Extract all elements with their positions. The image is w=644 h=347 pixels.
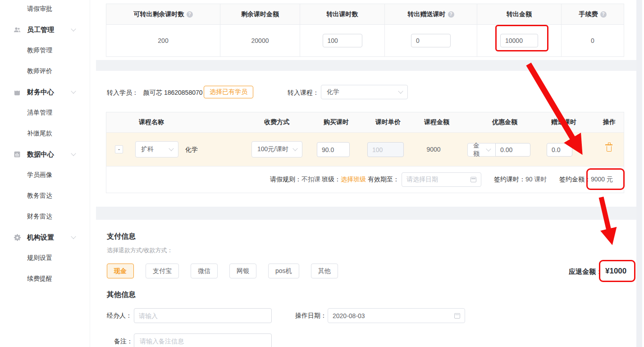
card-gap: [96, 60, 636, 71]
card-gap: [96, 207, 636, 220]
buy-hours-input[interactable]: [317, 142, 350, 157]
calendar-icon: [470, 177, 476, 182]
agent-label: 经办人：: [107, 312, 132, 320]
transfer-in-student-label: 转入学员：: [107, 89, 138, 97]
operation-date-label: 操作日期：: [295, 312, 327, 320]
payment-method-pos[interactable]: pos机: [268, 264, 299, 278]
payment-method-netbank[interactable]: 网银: [229, 264, 256, 278]
transfer-hours-input[interactable]: [323, 34, 362, 47]
chevron-down-icon: [71, 88, 76, 93]
app-page: 请假审批 员工管理 教师管理 教师评价 财务中心 清单管理 补缴尾款 数据中心 …: [0, 0, 644, 347]
remark-label: 备注：: [114, 338, 133, 346]
header-unit-price: 课时单价: [375, 118, 401, 126]
remark-textarea[interactable]: [134, 333, 272, 347]
chevron-down-icon: [71, 26, 76, 31]
gift-hours-input[interactable]: [547, 143, 572, 157]
sidebar-item-leave-approval[interactable]: 请假审批: [0, 0, 90, 19]
header-gift-hours: 赠送课时: [551, 118, 576, 126]
vertical-scrollbar[interactable]: [636, 0, 642, 347]
header-transfer-hours: 转出课时数: [300, 4, 385, 24]
course-name-text: 化学: [185, 146, 198, 154]
transfer-out-table-header: 可转出剩余课时数 剩余课时金额 转出课时数 转出赠送课时 转出金额 手续费: [106, 4, 624, 25]
remaining-hours-value: 200: [106, 25, 220, 56]
sidebar-item-academic-radar[interactable]: 教务雷达: [0, 185, 90, 206]
chart-icon: [13, 150, 22, 159]
sidebar-item-student-portrait[interactable]: 学员画像: [0, 165, 90, 185]
people-icon: [13, 25, 22, 34]
choose-class-link[interactable]: 选择班级: [341, 176, 366, 183]
sidebar: 请假审批 员工管理 教师管理 教师评价 财务中心 清单管理 补缴尾款 数据中心 …: [0, 0, 90, 347]
charge-mode-select[interactable]: 100元/课时: [251, 141, 302, 157]
header-remaining-amount: 剩余课时金额: [220, 4, 300, 24]
other-info-title: 其他信息: [107, 290, 136, 300]
course-type-select[interactable]: 扩科: [135, 141, 178, 157]
payment-method-buttons: 现金 支付宝 微信 网银 pos机 其他: [107, 264, 338, 278]
sidebar-group-data-center[interactable]: 数据中心: [0, 144, 90, 165]
calendar-icon: [454, 313, 460, 319]
course-amount-value: 9000: [426, 146, 440, 153]
valid-until-date-input[interactable]: 请选择日期: [402, 172, 481, 187]
leave-rule: 请假规则：不扣课: [270, 176, 320, 184]
delete-row-icon[interactable]: [607, 146, 612, 152]
sidebar-item-rule-settings[interactable]: 规则设置: [0, 248, 90, 268]
payment-method-cash[interactable]: 现金: [107, 264, 134, 278]
discount-value-input[interactable]: [495, 143, 530, 157]
payment-subtitle: 选择退款方式/收款方式：: [107, 246, 173, 254]
sidebar-item-list-management[interactable]: 清单管理: [0, 102, 90, 123]
remove-row-button[interactable]: -: [115, 145, 123, 153]
payment-section-title: 支付信息: [107, 232, 136, 241]
header-charge-mode: 收费方式: [264, 118, 289, 126]
remaining-amount-value: 20000: [220, 25, 300, 56]
payment-method-alipay[interactable]: 支付宝: [146, 264, 179, 278]
refund-amount-value: ¥1000: [605, 267, 626, 276]
header-fee: 手续费: [562, 4, 624, 24]
course-table-footer: 请假规则：不扣课 班级：选择班级 有效期至： 请选择日期 签约课时：90 课时 …: [106, 167, 624, 193]
chevron-down-icon: [169, 146, 174, 151]
sidebar-item-finance-radar[interactable]: 财务雷达: [0, 206, 90, 227]
transfer-hours-cell: [300, 25, 385, 56]
transfer-in-course-select[interactable]: 化学: [321, 85, 408, 99]
course-table: 课程名称 收费方式 购买课时 课时单价 课程金额 优惠金额 赠送课时 操作 - …: [106, 112, 624, 193]
agent-input[interactable]: [134, 308, 272, 323]
valid-until-label: 有效期至：: [368, 176, 399, 184]
sidebar-group-staff-management[interactable]: 员工管理: [0, 19, 90, 40]
help-icon[interactable]: [448, 11, 454, 18]
transfer-amount-cell: [477, 25, 562, 56]
sidebar-item-teacher-evaluation[interactable]: 教师评价: [0, 61, 90, 82]
transfer-in-student-value: 颜可芯 18620858070: [143, 89, 203, 97]
chevron-down-icon: [398, 88, 403, 93]
discount-type-select[interactable]: 金额: [467, 143, 496, 157]
transfer-in-course-label: 转入课程：: [288, 89, 319, 97]
fee-value: 0: [562, 25, 624, 56]
header-buy-hours: 购买课时: [324, 118, 349, 126]
chevron-down-icon: [71, 234, 76, 239]
header-remaining-hours: 可转出剩余课时数: [106, 4, 220, 24]
payment-method-other[interactable]: 其他: [311, 264, 338, 278]
course-table-header: 课程名称 收费方式 购买课时 课时单价 课程金额 优惠金额 赠送课时 操作: [106, 112, 624, 133]
transfer-amount-input[interactable]: [500, 34, 538, 47]
refund-amount-label: 应退金额：: [569, 268, 603, 276]
header-course-amount: 课程金额: [424, 118, 449, 126]
sidebar-group-finance-center[interactable]: 财务中心: [0, 82, 90, 102]
sidebar-group-org-settings[interactable]: 机构设置: [0, 227, 90, 248]
choose-student-button[interactable]: 选择已有学员: [204, 86, 253, 98]
transfer-gift-hours-cell: [385, 25, 477, 56]
sidebar-item-renewal-reminder[interactable]: 续费提醒: [0, 268, 90, 289]
chevron-down-icon: [292, 146, 297, 151]
header-transfer-amount: 转出金额: [477, 4, 562, 24]
class-select: 班级：选择班级: [322, 176, 366, 184]
gear-icon: [13, 233, 22, 242]
operation-date-input[interactable]: 2020-08-03: [328, 308, 465, 323]
transfer-gift-hours-input[interactable]: [411, 34, 451, 47]
sidebar-item-teacher-management[interactable]: 教师管理: [0, 40, 90, 61]
transfer-out-table: 可转出剩余课时数 剩余课时金额 转出课时数 转出赠送课时 转出金额 手续费 20…: [106, 4, 624, 57]
bag-icon: [13, 88, 22, 97]
help-icon[interactable]: [187, 11, 193, 18]
payment-method-wechat[interactable]: 微信: [191, 264, 218, 278]
help-icon[interactable]: [600, 11, 607, 18]
sidebar-item-balance-payment[interactable]: 补缴尾款: [0, 123, 90, 144]
sign-amount: 签约金额：9000 元: [559, 176, 613, 184]
chevron-down-icon: [71, 151, 76, 156]
unit-price-input: [367, 142, 404, 157]
header-course-name: 课程名称: [139, 118, 164, 126]
